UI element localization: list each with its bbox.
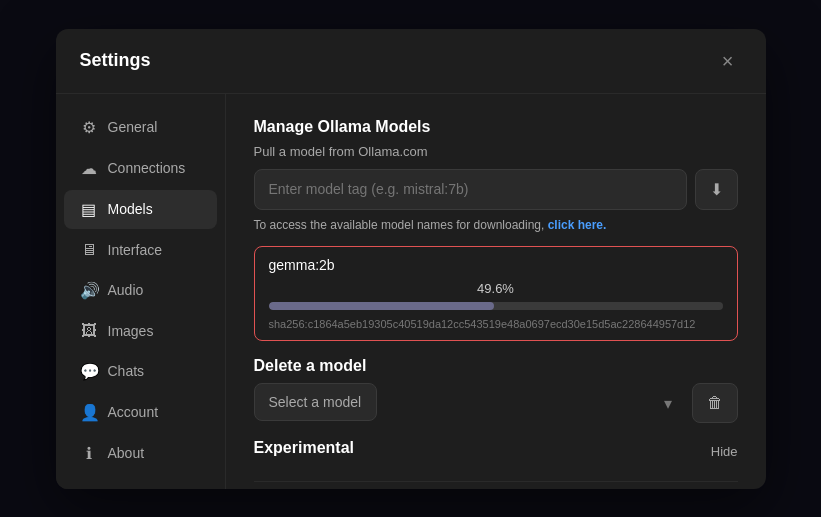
sidebar-item-interface[interactable]: 🖥 Interface <box>64 231 217 269</box>
sidebar-label-images: Images <box>108 323 154 339</box>
sidebar: ⚙ General ☁ Connections ▤ Models 🖥 Inter… <box>56 94 226 489</box>
chat-icon: 💬 <box>80 362 98 381</box>
sidebar-item-general[interactable]: ⚙ General <box>64 108 217 147</box>
sidebar-item-connections[interactable]: ☁ Connections <box>64 149 217 188</box>
experimental-label: Experimental <box>254 439 354 457</box>
sidebar-label-general: General <box>108 119 158 135</box>
main-content: Manage Ollama Models Pull a model from O… <box>226 94 766 489</box>
sidebar-label-connections: Connections <box>108 160 186 176</box>
sidebar-label-about: About <box>108 445 145 461</box>
delete-row: Select a model 🗑 <box>254 383 738 423</box>
sidebar-item-images[interactable]: 🖼 Images <box>64 312 217 350</box>
sha-hash: sha256:c1864a5eb19305c40519da12cc543519e… <box>269 318 723 330</box>
modal-header: Settings × <box>56 29 766 94</box>
experimental-row: Experimental Hide <box>254 439 738 465</box>
pull-title: Pull a model from Ollama.com <box>254 144 738 159</box>
account-icon: 👤 <box>80 403 98 422</box>
database-icon: ▤ <box>80 200 98 219</box>
sidebar-item-chats[interactable]: 💬 Chats <box>64 352 217 391</box>
click-here-link[interactable]: click here. <box>548 218 607 232</box>
sidebar-label-audio: Audio <box>108 282 144 298</box>
model-tag-row: ⬇ <box>254 169 738 210</box>
progress-bar-fill <box>269 302 494 310</box>
settings-modal: Settings × ⚙ General ☁ Connections ▤ Mod… <box>56 29 766 489</box>
close-button[interactable]: × <box>714 47 742 75</box>
progress-bar-background <box>269 302 723 310</box>
cloud-icon: ☁ <box>80 159 98 178</box>
sidebar-label-interface: Interface <box>108 242 162 258</box>
gear-icon: ⚙ <box>80 118 98 137</box>
sidebar-item-about[interactable]: ℹ About <box>64 434 217 473</box>
select-model-wrapper: Select a model <box>254 383 684 423</box>
manage-title: Manage Ollama Models <box>254 118 738 136</box>
progress-percent-label: 49.6% <box>269 281 723 296</box>
delete-title: Delete a model <box>254 357 738 375</box>
delete-model-button[interactable]: 🗑 <box>692 383 738 423</box>
audio-icon: 🔊 <box>80 281 98 300</box>
modal-title: Settings <box>80 50 151 71</box>
sidebar-item-audio[interactable]: 🔊 Audio <box>64 271 217 310</box>
download-button[interactable]: ⬇ <box>695 169 738 210</box>
monitor-icon: 🖥 <box>80 241 98 259</box>
section-divider <box>254 481 738 482</box>
sidebar-label-models: Models <box>108 201 153 217</box>
download-icon: ⬇ <box>710 180 723 199</box>
model-tag-input[interactable] <box>254 169 687 210</box>
info-icon: ℹ <box>80 444 98 463</box>
download-progress-box: gemma:2b 49.6% sha256:c1864a5eb19305c405… <box>254 246 738 341</box>
downloading-model-name: gemma:2b <box>269 257 723 273</box>
sidebar-label-account: Account <box>108 404 159 420</box>
modal-body: ⚙ General ☁ Connections ▤ Models 🖥 Inter… <box>56 94 766 489</box>
sidebar-label-chats: Chats <box>108 363 145 379</box>
trash-icon: 🗑 <box>707 394 723 411</box>
click-here-text: To access the available model names for … <box>254 218 738 232</box>
sidebar-item-account[interactable]: 👤 Account <box>64 393 217 432</box>
hide-button[interactable]: Hide <box>711 444 738 459</box>
image-icon: 🖼 <box>80 322 98 340</box>
modal-overlay: Settings × ⚙ General ☁ Connections ▤ Mod… <box>0 0 821 517</box>
sidebar-item-models[interactable]: ▤ Models <box>64 190 217 229</box>
model-select[interactable]: Select a model <box>254 383 377 421</box>
